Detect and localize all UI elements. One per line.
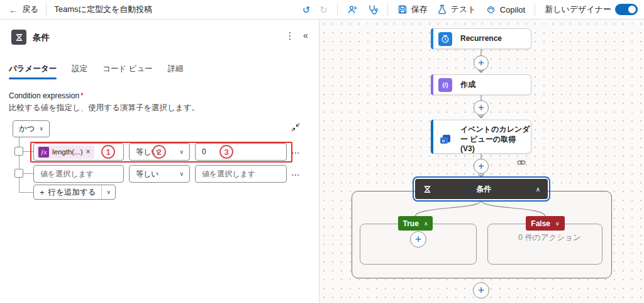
node-title: 作成 [460, 80, 475, 90]
tree-line [23, 151, 33, 152]
divider [535, 3, 535, 16]
undo-icon[interactable]: ↺ [303, 5, 311, 14]
row2-value2-field [195, 165, 287, 183]
new-designer-label: 新しいデザイナー [545, 4, 611, 15]
row2-operator-dropdown[interactable]: 等しい ∨ [129, 165, 190, 183]
back-button[interactable]: ← 戻る [9, 4, 38, 15]
tab-details[interactable]: 詳細 [168, 64, 184, 79]
row1-value2-field [195, 143, 287, 161]
chevron-up-icon[interactable]: ∧ [536, 186, 540, 193]
condition-icon [423, 185, 432, 194]
chevron-down-icon: ∨ [106, 190, 111, 195]
outlook-icon [438, 132, 452, 146]
node-accent [431, 120, 433, 154]
tree-line [19, 137, 19, 192]
chevron-down-icon: ∨ [179, 171, 184, 177]
condition-properties-panel: 条件 ⋮ « パラメーター 設定 コード ビュー 詳細 Condition ex… [0, 20, 319, 303]
false-label: False [531, 219, 550, 228]
false-branch-badge[interactable]: False ∨ [526, 216, 565, 231]
insert-step-button[interactable]: + [474, 159, 489, 174]
node-accent [431, 74, 433, 95]
row2-value1-input[interactable] [34, 169, 123, 178]
recurrence-clock-icon [438, 32, 452, 46]
divider [46, 3, 47, 16]
row1-value1-field[interactable]: ƒx length(...) × [33, 143, 124, 161]
test-label: テスト [451, 4, 476, 15]
chevron-down-icon: ∨ [555, 220, 560, 227]
panel-title: 条件 [33, 32, 50, 43]
copilot-button[interactable]: Copilot [486, 4, 525, 15]
expression-chip[interactable]: ƒx length(...) × [36, 146, 94, 159]
analytics-stethoscope-icon[interactable] [367, 4, 378, 15]
row1-operator-value: 等しい [136, 147, 159, 157]
row2-value2-input[interactable] [196, 169, 286, 178]
new-designer-toggle[interactable] [615, 4, 638, 15]
save-button[interactable]: 保存 [397, 4, 428, 15]
back-arrow-icon: ← [9, 5, 18, 14]
divider [337, 3, 338, 16]
save-icon [397, 4, 408, 14]
plus-icon: + [40, 188, 45, 197]
tab-code-view[interactable]: コード ビュー [103, 64, 153, 79]
expression-chip-label: length(...) [52, 148, 83, 156]
copilot-icon [486, 4, 496, 15]
add-row-button[interactable]: + 行を追加する ∨ [33, 185, 116, 200]
node-accent [431, 28, 433, 49]
node-title: 条件 [432, 184, 536, 195]
row2-operator-value: 等しい [136, 169, 159, 180]
false-branch-empty-text: 0 件のアクション [518, 232, 581, 243]
new-designer-toggle-group: 新しいデザイナー [545, 4, 638, 15]
node-get-calendar-view[interactable]: イベントのカレンダー ビューの取得 (V3) [431, 120, 531, 154]
insert-step-button[interactable]: + [473, 282, 489, 299]
add-action-true-button[interactable]: + [410, 231, 426, 248]
panel-tabs: パラメーター 設定 コード ビュー 詳細 [9, 64, 184, 79]
flow-checker-icon[interactable] [347, 4, 358, 15]
group-operator-value: かつ [19, 123, 35, 134]
node-recurrence[interactable]: Recurrence [431, 28, 531, 49]
required-asterisk: * [80, 91, 84, 100]
insert-step-button[interactable]: + [474, 100, 489, 115]
row1-value2-input[interactable] [196, 147, 286, 156]
insert-step-button[interactable]: + [474, 55, 489, 71]
node-compose[interactable]: {/} 作成 [431, 74, 531, 95]
node-title: イベントのカレンダー ビューの取得 (V3) [460, 125, 531, 154]
condition-expression-description: 比較する値を指定し、使用する演算子を選択します。 [9, 103, 199, 113]
condition-expression-label: Condition expression* [9, 91, 84, 100]
flow-title: Teamsに定型文を自動投稿 [54, 4, 152, 15]
compose-icon: {/} [438, 78, 452, 92]
tree-line [23, 173, 33, 174]
test-flask-icon [437, 4, 447, 14]
chevron-up-icon: ∧ [424, 220, 428, 227]
test-button[interactable]: テスト [437, 4, 476, 15]
connection-link-icon [517, 159, 526, 166]
back-label: 戻る [22, 4, 38, 15]
fx-icon: ƒx [38, 147, 49, 157]
group-operator-dropdown[interactable]: かつ ∨ [13, 120, 50, 137]
save-label: 保存 [411, 4, 428, 15]
divider [387, 3, 388, 16]
row1-operator-dropdown[interactable]: 等しい ∨ [129, 143, 190, 161]
toggle-knob [628, 6, 636, 13]
row2-more-options-icon[interactable]: ⋯ [291, 169, 301, 180]
add-row-dropdown[interactable]: ∨ [101, 185, 115, 199]
row1-checkbox[interactable] [14, 147, 23, 156]
row2-checkbox[interactable] [14, 169, 23, 178]
flow-canvas[interactable]: Recurrence + {/} 作成 + [319, 20, 644, 303]
panel-more-menu-icon[interactable]: ⋮ [284, 30, 296, 42]
panel-collapse-icon[interactable]: « [303, 30, 308, 40]
redo-icon[interactable]: ↻ [319, 5, 328, 14]
tab-parameters[interactable]: パラメーター [9, 64, 57, 79]
collapse-editor-icon[interactable] [291, 123, 300, 134]
true-branch-badge[interactable]: True ∧ [398, 216, 433, 231]
true-label: True [403, 219, 419, 228]
condition-icon [11, 30, 26, 45]
node-title: Recurrence [460, 34, 502, 44]
chevron-down-icon: ∨ [40, 126, 44, 132]
row2-value1-field [33, 165, 124, 183]
node-condition-selected[interactable]: 条件 ∧ [415, 179, 548, 199]
row1-more-options-icon[interactable]: ⋯ [291, 147, 301, 157]
chevron-down-icon: ∨ [179, 149, 184, 155]
tree-line [19, 192, 33, 193]
chip-close-icon[interactable]: × [86, 148, 91, 156]
tab-settings[interactable]: 設定 [72, 64, 87, 79]
